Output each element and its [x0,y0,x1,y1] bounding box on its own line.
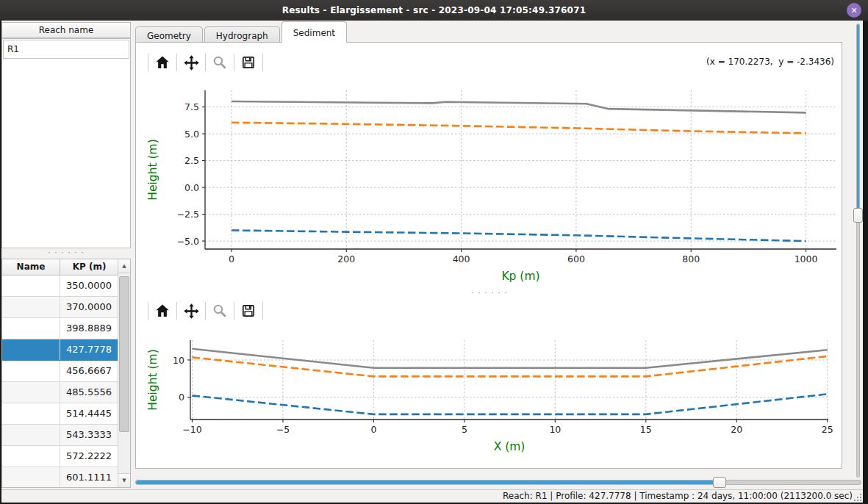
left-panel-splitter-handle[interactable]: · · · · · · [1,249,131,257]
sediment-tab-panel: (x = 170.2273, y = -2.3436) 020040060080… [135,42,842,469]
svg-text:0: 0 [229,253,234,264]
kp-longitudinal-profile-chart[interactable]: 020040060080010007.55.02.50.0−2.5−5.0Kp … [137,81,842,292]
cell-name[interactable] [2,446,60,467]
column-header-name[interactable]: Name [2,259,60,275]
app-window: Results - Elargissement - src - 2023-09-… [0,0,868,504]
window-content: Reach name R1 · · · · · · Name KP (m) 35… [1,21,863,503]
save-button[interactable] [234,300,262,322]
blue-dashed-bottom-level [232,231,806,242]
close-button[interactable]: ✕ [847,3,861,18]
cell-name[interactable] [2,339,60,360]
svg-text:−5: −5 [276,424,290,435]
magnifier-icon [212,54,228,71]
cell-kp[interactable]: 543.3333 [60,425,118,445]
close-icon: ✕ [850,6,857,15]
cell-kp[interactable]: 514.4445 [60,403,118,424]
cross-section-profile-chart[interactable]: −10−50510152025100X (m)Height (m) [137,329,842,467]
y-axis-label: Height (m) [146,139,159,200]
slider-handle[interactable] [713,477,726,488]
cell-name[interactable] [2,361,60,381]
zoom-button[interactable] [206,51,234,73]
cell-name[interactable] [2,318,60,339]
save-button[interactable] [234,51,262,73]
cell-kp[interactable]: 485.5556 [60,382,118,403]
status-bar: Reach: R1 | Profile: 427.7778 | Timestam… [1,489,863,503]
plots-splitter-handle[interactable]: · · · · · · [453,289,526,297]
plot2-toolbar [136,298,842,323]
zoom-button[interactable] [206,300,234,322]
cell-name[interactable] [2,425,60,445]
table-row[interactable]: 601.1111 [2,467,118,488]
reach-list[interactable]: R1 [1,38,131,248]
cell-name[interactable] [2,382,60,403]
home-icon [154,54,171,71]
svg-text:5.0: 5.0 [184,129,199,140]
cell-kp[interactable]: 572.2222 [60,446,118,467]
svg-text:0.0: 0.0 [184,182,199,193]
svg-text:7.5: 7.5 [184,101,199,112]
tab-sediment[interactable]: Sediment [281,21,347,43]
table-row[interactable]: 350.0000 [2,276,118,297]
cell-kp[interactable]: 398.8889 [60,318,118,339]
magnifier-icon [212,303,228,319]
pan-button[interactable] [177,51,205,73]
cell-name[interactable] [2,403,60,424]
profile-table-rows: 350.0000370.0000398.8889427.7778456.6667… [2,276,118,488]
slider-filled-track [136,480,720,484]
svg-text:15: 15 [640,424,652,435]
svg-text:10: 10 [173,355,184,366]
vertical-slider[interactable] [853,24,863,478]
home-button[interactable] [148,300,176,322]
cell-kp[interactable]: 427.7778 [60,339,118,360]
column-header-kp[interactable]: KP (m) [60,259,118,275]
reach-list-item[interactable]: R1 [3,40,129,59]
table-row[interactable]: 572.2222 [2,446,118,467]
svg-text:−5.0: −5.0 [177,236,199,247]
pan-arrows-icon [183,54,200,71]
table-row[interactable]: 398.8889 [2,318,118,339]
x-axis-label: Kp (m) [501,270,539,283]
scroll-down-arrow-icon[interactable]: ▼ [118,473,130,487]
vertical-slider-groove[interactable] [856,24,860,478]
slider-groove[interactable] [135,480,861,485]
x-axis: 02004006008001000 [229,249,818,264]
svg-text:5: 5 [462,424,467,435]
cell-name[interactable] [2,467,60,488]
tab-bar: GeometryHydrographSediment [135,21,348,43]
home-button[interactable] [148,51,176,73]
plot-series [193,349,828,414]
home-icon [154,303,171,319]
title-bar[interactable]: Results - Elargissement - src - 2023-09-… [0,0,868,21]
cell-kp[interactable]: 370.0000 [60,297,118,317]
table-row[interactable]: 514.4445 [2,403,118,425]
reach-name-header: Reach name [1,22,131,38]
table-row[interactable]: 485.5556 [2,382,118,403]
svg-text:600: 600 [567,253,585,264]
floppy-save-icon [240,303,257,319]
vertical-slider-filled-track [857,24,859,216]
vertical-slider-handle[interactable] [853,208,863,223]
y-axis: 100 [173,355,190,403]
svg-text:10: 10 [549,424,561,435]
table-row[interactable]: 370.0000 [2,297,118,318]
table-row[interactable]: 456.6667 [2,361,118,382]
toolbar-separator [262,302,263,320]
cell-kp[interactable]: 350.0000 [60,276,118,296]
cell-name[interactable] [2,276,60,296]
timestamp-slider[interactable] [135,476,861,488]
status-text: Reach: R1 | Profile: 427.7778 | Timestam… [503,491,853,501]
window-title: Results - Elargissement - src - 2023-09-… [282,5,587,15]
pan-button[interactable] [177,300,205,322]
table-row[interactable]: 427.7778 [2,339,118,361]
resize-grip[interactable] [853,493,861,501]
scrollbar-thumb[interactable] [119,276,129,432]
scroll-up-arrow-icon[interactable]: ▲ [118,259,130,273]
cell-kp[interactable]: 601.1111 [60,467,118,488]
cell-name[interactable] [2,297,60,317]
table-row[interactable]: 543.3333 [2,425,118,446]
svg-text:25: 25 [822,424,833,435]
svg-text:200: 200 [337,253,355,264]
cell-kp[interactable]: 456.6667 [60,361,118,381]
table-scrollbar[interactable]: ▲ ▼ [118,259,130,487]
gray-solid-bank-profile [193,349,828,368]
